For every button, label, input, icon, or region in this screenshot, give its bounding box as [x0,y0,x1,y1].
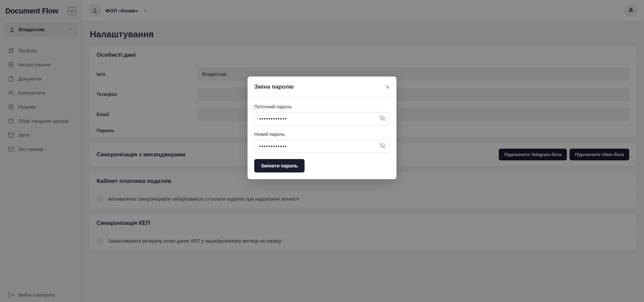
change-password-submit-button[interactable]: Змінити пароль [254,159,305,172]
modal-close-button[interactable] [383,83,390,91]
modal-title: Зміна паролю [254,84,383,90]
new-password-input[interactable] [254,140,390,153]
toggle-current-password-visibility[interactable] [380,115,386,122]
toggle-new-password-visibility[interactable] [380,143,386,150]
new-password-label: Новий пароль [254,132,390,137]
close-icon [384,83,389,89]
current-password-label: Поточний пароль [254,104,390,109]
modal-overlay[interactable]: Зміна паролю Поточний пароль Новий парол… [0,0,644,302]
change-password-modal: Зміна паролю Поточний пароль Новий парол… [248,77,396,179]
eye-off-icon [380,143,386,149]
eye-off-icon [380,115,386,121]
current-password-input[interactable] [254,112,390,125]
